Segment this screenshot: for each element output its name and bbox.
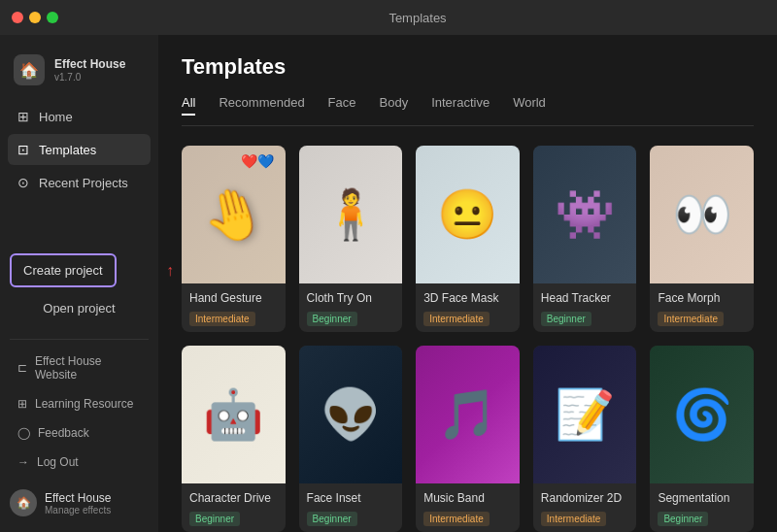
avatar: 🏠	[10, 489, 37, 516]
sidebar-item-feedback-label: Feedback	[38, 426, 89, 440]
feedback-icon: ◯	[17, 426, 30, 440]
template-name-randomizer: Randomizer 2D	[541, 491, 629, 505]
traffic-lights	[12, 12, 58, 23]
template-thumb-randomizer: 📝	[533, 346, 637, 483]
template-card-cloth[interactable]: 🧍 Cloth Try On Beginner	[299, 146, 403, 332]
template-name-music-band: Music Band	[423, 491, 512, 505]
music-emoji: 🎵	[437, 386, 497, 443]
template-card-face-morph[interactable]: 👀 Face Morph Intermediate	[650, 146, 754, 332]
sidebar-item-recent[interactable]: ⊙ Recent Projects	[8, 167, 151, 198]
tab-all[interactable]: All	[182, 95, 195, 116]
sidebar-bottom: ⊏ Effect House Website ⊞ Learning Resour…	[0, 348, 158, 476]
template-name-face3d: 3D Face Mask	[423, 291, 512, 305]
main-content: Templates All Recommended Face Body Inte…	[158, 35, 777, 532]
create-arrow-indicator: ↑	[166, 262, 174, 280]
profile-name: Effect House	[45, 491, 111, 505]
app-version: v1.7.0	[54, 72, 125, 83]
maximize-button[interactable]	[47, 12, 58, 23]
seg-emoji: 🌀	[672, 386, 732, 443]
templates-grid: 🤚 ❤️💙 Hand Gesture Intermediate 🧍 Cloth …	[182, 146, 754, 532]
template-info-music-band: Music Band Intermediate	[416, 483, 520, 532]
template-info-face3d: 3D Face Mask Intermediate	[416, 283, 520, 332]
template-card-hand-gesture[interactable]: 🤚 ❤️💙 Hand Gesture Intermediate	[182, 146, 286, 332]
sidebar-item-templates[interactable]: ⊡ Templates	[8, 134, 151, 165]
sidebar-divider	[10, 339, 149, 340]
template-info-head-tracker: Head Tracker Beginner	[533, 283, 637, 332]
sidebar-actions: Create project ↑ Open project	[0, 246, 158, 331]
template-badge-segmentation: Beginner	[658, 512, 708, 526]
template-name-head-tracker: Head Tracker	[541, 291, 629, 305]
sidebar-item-logout[interactable]: → Log Out	[8, 449, 151, 476]
template-card-music-band[interactable]: 🎵 Music Band Intermediate	[416, 346, 520, 532]
template-thumb-segmentation: 🌀	[650, 346, 754, 483]
template-info-face-morph: Face Morph Intermediate	[650, 283, 754, 332]
sidebar-item-website-label: Effect House Website	[35, 354, 141, 382]
template-badge-hand-gesture: Intermediate	[189, 312, 255, 326]
template-thumb-music-band: 🎵	[416, 346, 520, 483]
tab-world[interactable]: World	[513, 95, 546, 116]
logo-info: Effect House v1.7.0	[54, 57, 125, 83]
template-card-segmentation[interactable]: 🌀 Segmentation Beginner	[650, 346, 754, 532]
templates-icon: ⊡	[17, 142, 29, 157]
sidebar-logo: 🏠 Effect House v1.7.0	[0, 47, 158, 101]
template-info-char-drive: Character Drive Beginner	[182, 483, 286, 532]
template-card-char-drive[interactable]: 🤖 Character Drive Beginner	[182, 346, 286, 532]
template-name-face-morph: Face Morph	[658, 291, 746, 305]
template-name-cloth: Cloth Try On	[307, 291, 395, 305]
minimize-button[interactable]	[29, 12, 41, 23]
randomizer-emoji: 📝	[555, 386, 615, 443]
faceinset-emoji: 👽	[321, 386, 381, 443]
template-info-face-inset: Face Inset Beginner	[299, 483, 403, 532]
template-info-randomizer: Randomizer 2D Intermediate	[533, 483, 637, 532]
sidebar-item-templates-label: Templates	[39, 143, 96, 157]
home-icon: ⊞	[17, 109, 29, 124]
close-button[interactable]	[12, 12, 23, 23]
template-badge-cloth: Beginner	[307, 312, 357, 326]
title-bar-label: Templates	[388, 11, 446, 25]
app-name: Effect House	[54, 57, 125, 73]
create-project-button[interactable]: Create project	[10, 253, 117, 287]
char-emoji: 🤖	[203, 386, 263, 443]
template-badge-char-drive: Beginner	[189, 512, 240, 526]
tab-interactive[interactable]: Interactive	[431, 95, 490, 116]
template-card-head-tracker[interactable]: 👾 Head Tracker Beginner	[533, 146, 637, 332]
template-card-face3d[interactable]: 😐 3D Face Mask Intermediate	[416, 146, 520, 332]
sidebar-item-home[interactable]: ⊞ Home	[8, 101, 151, 132]
template-card-face-inset[interactable]: 👽 Face Inset Beginner	[299, 346, 403, 532]
sidebar-item-learning-label: Learning Resource	[35, 397, 133, 411]
template-name-face-inset: Face Inset	[307, 491, 395, 505]
tab-recommended[interactable]: Recommended	[219, 95, 304, 116]
template-info-segmentation: Segmentation Beginner	[650, 483, 754, 532]
tab-face[interactable]: Face	[328, 95, 356, 116]
open-project-button[interactable]: Open project	[10, 293, 149, 323]
sidebar-nav: ⊞ Home ⊡ Templates ⊙ Recent Projects	[0, 101, 158, 246]
template-name-hand-gesture: Hand Gesture	[189, 291, 278, 305]
filter-tabs: All Recommended Face Body Interactive Wo…	[182, 95, 754, 126]
template-card-randomizer[interactable]: 📝 Randomizer 2D Intermediate	[533, 346, 637, 532]
template-thumb-hand-gesture: 🤚 ❤️💙	[182, 146, 286, 283]
cloth-emoji: 🧍	[321, 186, 381, 243]
app-body: 🏠 Effect House v1.7.0 ⊞ Home ⊡ Templates…	[0, 35, 777, 532]
template-thumb-face3d: 😐	[416, 146, 520, 283]
head-emoji: 👾	[555, 186, 615, 243]
template-thumb-char-drive: 🤖	[182, 346, 286, 483]
tab-body[interactable]: Body	[380, 95, 409, 116]
logout-icon: →	[17, 455, 29, 469]
learning-icon: ⊞	[17, 397, 27, 411]
sidebar-profile[interactable]: 🏠 Effect House Manage effects	[0, 480, 158, 520]
template-thumb-cloth: 🧍	[299, 146, 403, 283]
face3d-emoji: 😐	[437, 186, 497, 243]
template-badge-face-inset: Beginner	[307, 512, 357, 526]
template-thumb-head-tracker: 👾	[533, 146, 637, 283]
sidebar-item-recent-label: Recent Projects	[39, 176, 128, 190]
profile-info: Effect House Manage effects	[45, 491, 111, 515]
title-bar: Templates	[0, 0, 777, 35]
template-name-segmentation: Segmentation	[658, 491, 746, 505]
recent-icon: ⊙	[17, 175, 29, 190]
template-badge-face3d: Intermediate	[423, 312, 490, 326]
sidebar-item-feedback[interactable]: ◯ Feedback	[8, 419, 151, 447]
template-badge-face-morph: Intermediate	[658, 312, 724, 326]
sidebar-item-learning[interactable]: ⊞ Learning Resource	[8, 390, 151, 417]
page-title: Templates	[182, 54, 754, 80]
sidebar-item-website[interactable]: ⊏ Effect House Website	[8, 348, 151, 388]
